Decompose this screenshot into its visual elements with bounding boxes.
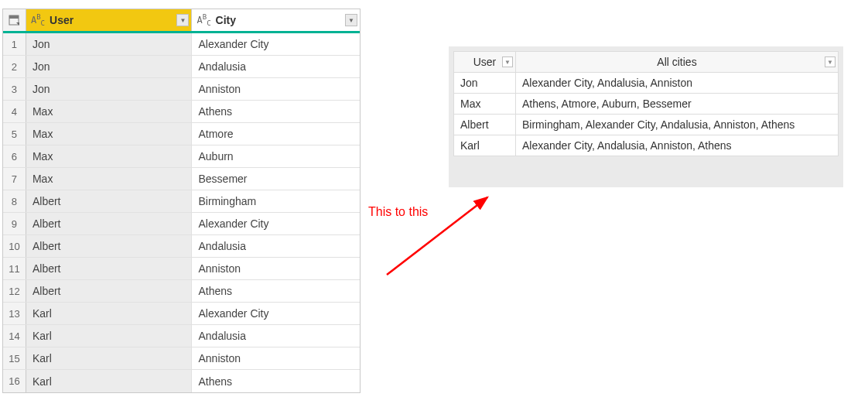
svg-rect-1 bbox=[9, 15, 19, 19]
cell-all-cities[interactable]: Alexander City, Andalusia, Anniston, Ath… bbox=[516, 135, 839, 156]
column-filter-dropdown[interactable]: ▼ bbox=[502, 56, 513, 67]
source-table-header: ABC User ▼ ABC City ▼ bbox=[3, 9, 360, 33]
cell-user[interactable]: Max bbox=[26, 145, 193, 167]
table-row[interactable]: 1JonAlexander City bbox=[3, 33, 360, 56]
row-number: 3 bbox=[3, 78, 26, 100]
cell-city[interactable]: Birmingham bbox=[192, 190, 360, 212]
column-header-user[interactable]: ABC User ▼ bbox=[26, 9, 193, 31]
table-row[interactable]: 7MaxBessemer bbox=[3, 168, 360, 190]
table-row[interactable]: KarlAlexander City, Andalusia, Anniston,… bbox=[454, 135, 839, 156]
cell-city[interactable]: Anniston bbox=[192, 258, 360, 279]
cell-user[interactable]: Albert bbox=[454, 115, 516, 135]
table-row[interactable]: 16KarlAthens bbox=[3, 370, 360, 392]
table-corner-icon[interactable] bbox=[3, 9, 26, 31]
row-number: 16 bbox=[3, 370, 26, 392]
cell-user[interactable]: Jon bbox=[26, 33, 193, 55]
row-number: 2 bbox=[3, 56, 26, 77]
result-column-all-cities[interactable]: All cities ▼ bbox=[516, 52, 839, 73]
cell-city[interactable]: Athens bbox=[192, 280, 360, 302]
row-number: 14 bbox=[3, 325, 26, 347]
column-filter-dropdown[interactable]: ▼ bbox=[176, 14, 189, 26]
datatype-text-icon: ABC bbox=[196, 13, 210, 27]
cell-all-cities[interactable]: Athens, Atmore, Auburn, Bessemer bbox=[516, 94, 839, 115]
cell-user[interactable]: Albert bbox=[26, 213, 193, 234]
table-row[interactable]: 12AlbertAthens bbox=[3, 280, 360, 303]
cell-city[interactable]: Athens bbox=[192, 101, 360, 122]
source-table: ABC User ▼ ABC City ▼ 1JonAlexander City… bbox=[2, 9, 361, 393]
cell-user[interactable]: Karl bbox=[26, 370, 193, 392]
column-label: User bbox=[473, 56, 497, 68]
annotation-arrow bbox=[379, 186, 503, 286]
row-number: 6 bbox=[3, 145, 26, 167]
cell-city[interactable]: Alexander City bbox=[192, 33, 360, 55]
column-header-city[interactable]: ABC City ▼ bbox=[192, 9, 360, 31]
cell-user[interactable]: Karl bbox=[454, 135, 516, 156]
chevron-down-icon: ▼ bbox=[180, 17, 186, 24]
row-number: 1 bbox=[3, 33, 26, 55]
row-number: 8 bbox=[3, 190, 26, 212]
table-row[interactable]: 14KarlAndalusia bbox=[3, 325, 360, 347]
row-number: 15 bbox=[3, 347, 26, 369]
column-label: City bbox=[216, 14, 236, 26]
table-row[interactable]: 2JonAndalusia bbox=[3, 56, 360, 78]
cell-user[interactable]: Karl bbox=[26, 347, 193, 369]
row-number: 11 bbox=[3, 258, 26, 279]
row-number: 10 bbox=[3, 235, 26, 257]
row-number: 7 bbox=[3, 168, 26, 190]
row-number: 4 bbox=[3, 101, 26, 122]
cell-city[interactable]: Andalusia bbox=[192, 235, 360, 257]
cell-user[interactable]: Albert bbox=[26, 190, 193, 212]
table-row[interactable]: 4MaxAthens bbox=[3, 101, 360, 123]
row-number: 12 bbox=[3, 280, 26, 302]
table-row[interactable]: 5MaxAtmore bbox=[3, 123, 360, 145]
cell-user[interactable]: Jon bbox=[26, 56, 193, 77]
cell-all-cities[interactable]: Alexander City, Andalusia, Anniston bbox=[516, 73, 839, 94]
table-row[interactable]: 10AlbertAndalusia bbox=[3, 235, 360, 258]
row-number: 13 bbox=[3, 303, 26, 324]
table-row[interactable]: 6MaxAuburn bbox=[3, 145, 360, 168]
cell-city[interactable]: Bessemer bbox=[192, 168, 360, 190]
cell-city[interactable]: Athens bbox=[192, 370, 360, 392]
cell-city[interactable]: Andalusia bbox=[192, 325, 360, 347]
cell-user[interactable]: Karl bbox=[26, 303, 193, 324]
result-column-user[interactable]: User ▼ bbox=[454, 52, 516, 73]
chevron-down-icon: ▼ bbox=[827, 59, 833, 66]
table-row[interactable]: MaxAthens, Atmore, Auburn, Bessemer bbox=[454, 94, 839, 115]
cell-user[interactable]: Albert bbox=[26, 235, 193, 257]
cell-city[interactable]: Atmore bbox=[192, 123, 360, 145]
datatype-text-icon: ABC bbox=[31, 13, 45, 27]
row-number: 5 bbox=[3, 123, 26, 145]
cell-user[interactable]: Karl bbox=[26, 325, 193, 347]
table-row[interactable]: 15KarlAnniston bbox=[3, 347, 360, 370]
result-panel: User ▼ All cities ▼ JonAlexander City, A… bbox=[449, 46, 843, 187]
chevron-down-icon: ▼ bbox=[348, 17, 354, 24]
table-row[interactable]: 9AlbertAlexander City bbox=[3, 213, 360, 235]
cell-city[interactable]: Alexander City bbox=[192, 303, 360, 324]
cell-city[interactable]: Andalusia bbox=[192, 56, 360, 77]
column-label: User bbox=[50, 14, 73, 26]
annotation-text: This to this bbox=[368, 205, 428, 219]
cell-city[interactable]: Alexander City bbox=[192, 213, 360, 234]
cell-user[interactable]: Max bbox=[26, 123, 193, 145]
table-row[interactable]: 11AlbertAnniston bbox=[3, 258, 360, 280]
cell-user[interactable]: Max bbox=[26, 101, 193, 122]
cell-user[interactable]: Albert bbox=[26, 280, 193, 302]
table-row[interactable]: 13KarlAlexander City bbox=[3, 303, 360, 325]
cell-user[interactable]: Max bbox=[454, 94, 516, 115]
column-filter-dropdown[interactable]: ▼ bbox=[345, 14, 357, 26]
result-table: User ▼ All cities ▼ JonAlexander City, A… bbox=[453, 51, 839, 156]
cell-user[interactable]: Jon bbox=[26, 78, 193, 100]
cell-user[interactable]: Max bbox=[26, 168, 193, 190]
table-row[interactable]: 3JonAnniston bbox=[3, 78, 360, 101]
cell-user[interactable]: Albert bbox=[26, 258, 193, 279]
column-filter-dropdown[interactable]: ▼ bbox=[825, 56, 836, 67]
cell-user[interactable]: Jon bbox=[454, 73, 516, 94]
table-row[interactable]: 8AlbertBirmingham bbox=[3, 190, 360, 213]
cell-city[interactable]: Anniston bbox=[192, 347, 360, 369]
table-row[interactable]: AlbertBirmingham, Alexander City, Andalu… bbox=[454, 115, 839, 135]
chevron-down-icon: ▼ bbox=[504, 59, 511, 66]
table-row[interactable]: JonAlexander City, Andalusia, Anniston bbox=[454, 73, 839, 94]
cell-city[interactable]: Anniston bbox=[192, 78, 360, 100]
cell-all-cities[interactable]: Birmingham, Alexander City, Andalusia, A… bbox=[516, 115, 839, 135]
cell-city[interactable]: Auburn bbox=[192, 145, 360, 167]
